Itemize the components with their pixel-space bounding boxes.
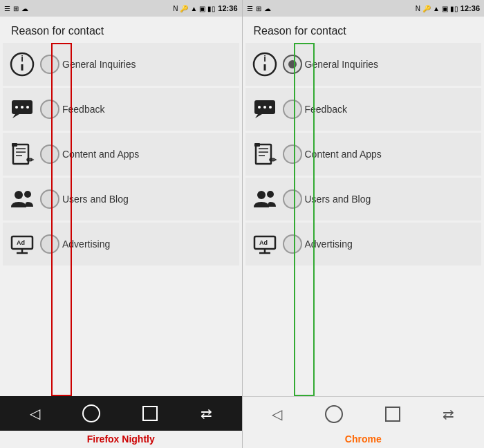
item-label: Content and Apps xyxy=(62,149,139,160)
svg-text:i: i xyxy=(263,53,266,64)
svg-text:✏: ✏ xyxy=(269,155,277,165)
radio-button[interactable] xyxy=(40,189,59,209)
ad-icon: Ad xyxy=(250,229,280,259)
item-label: Feedback xyxy=(62,104,104,115)
back-button[interactable]: ◁ xyxy=(272,406,282,422)
firefox-time: 12:36 xyxy=(218,4,237,12)
list-item[interactable]: Ad Advertising xyxy=(245,223,482,265)
chrome-radio-list: i General Inquiries xyxy=(243,43,485,396)
chrome-battery-icon: ▮▯ xyxy=(450,5,458,12)
chrome-status-icon1: ☰ xyxy=(247,5,253,12)
item-label: Users and Blog xyxy=(62,194,129,205)
firefox-wifi-icon: ▣ xyxy=(199,5,205,12)
item-label: Advertising xyxy=(305,239,353,250)
chat-icon xyxy=(250,94,280,124)
list-item[interactable]: Feedback xyxy=(245,88,482,131)
chrome-status-bar: ☰ ⊞ ☁ N 🔑 ▲ ▣ ▮▯ 12:36 xyxy=(243,0,485,17)
svg-rect-32 xyxy=(254,143,260,147)
firefox-page-title: Reason for contact xyxy=(0,17,242,43)
svg-point-26 xyxy=(269,106,272,109)
radio-button[interactable] xyxy=(283,144,302,164)
svg-point-35 xyxy=(267,191,274,198)
radio-button[interactable] xyxy=(283,189,302,209)
square-button[interactable] xyxy=(142,406,158,421)
svg-point-34 xyxy=(257,191,266,199)
item-label: General Inquiries xyxy=(62,59,136,70)
chrome-status-icon2: ⊞ xyxy=(256,5,261,12)
info-icon: i xyxy=(7,49,37,80)
share-button[interactable]: ⇄ xyxy=(201,405,212,422)
ad-icon: Ad xyxy=(7,229,37,259)
item-label: Advertising xyxy=(62,239,110,250)
svg-text:i: i xyxy=(21,53,24,64)
chrome-panel: ☰ ⊞ ☁ N 🔑 ▲ ▣ ▮▯ 12:36 Reason for contac… xyxy=(243,0,485,448)
chrome-time: 12:36 xyxy=(460,4,480,12)
svg-marker-27 xyxy=(255,114,262,118)
list-item[interactable]: ✏ Content and Apps xyxy=(245,133,482,176)
svg-point-4 xyxy=(15,106,18,109)
svg-point-25 xyxy=(263,106,266,109)
notepad-icon: ✏ xyxy=(7,139,37,169)
home-button[interactable] xyxy=(82,404,100,422)
list-item[interactable]: Ad Advertising xyxy=(3,223,239,265)
radio-button[interactable] xyxy=(40,144,59,164)
chrome-label: Chrome xyxy=(243,431,485,448)
firefox-nav-bar: ◁ ⇄ xyxy=(0,396,242,431)
svg-point-5 xyxy=(21,106,24,109)
item-label: Users and Blog xyxy=(305,194,371,205)
home-button[interactable] xyxy=(325,405,343,423)
list-item[interactable]: i General Inquiries xyxy=(3,43,239,86)
list-item[interactable]: i General Inquiries xyxy=(245,43,482,86)
firefox-panel: ☰ ⊞ ☁ N 🔑 ▲ ▣ ▮▯ 12:36 Reason for contac… xyxy=(0,0,243,448)
chrome-nfc-icon: N xyxy=(416,5,420,12)
firefox-signal-icon: ▲ xyxy=(190,5,197,12)
svg-point-24 xyxy=(258,106,261,109)
firefox-nfc-icon: N xyxy=(173,5,178,12)
chrome-page-title: Reason for contact xyxy=(243,17,485,43)
svg-text:Ad: Ad xyxy=(259,239,268,246)
svg-rect-12 xyxy=(12,143,17,147)
share-button[interactable]: ⇄ xyxy=(443,406,454,422)
item-label: Feedback xyxy=(305,104,347,115)
firefox-battery-icon: ▮▯ xyxy=(207,5,216,12)
item-label: General Inquiries xyxy=(305,59,379,70)
firefox-key-icon: 🔑 xyxy=(180,5,188,12)
notepad-icon: ✏ xyxy=(250,139,280,169)
svg-point-15 xyxy=(24,191,31,198)
svg-text:Ad: Ad xyxy=(17,239,25,246)
svg-point-14 xyxy=(15,191,23,199)
chrome-nav-bar: ◁ ⇄ xyxy=(243,396,485,431)
chat-icon xyxy=(7,94,37,124)
chrome-signal-icon: ▲ xyxy=(433,5,440,12)
radio-button[interactable] xyxy=(283,100,302,119)
firefox-status-icon3: ☁ xyxy=(21,5,28,12)
list-item[interactable]: ✏ Content and Apps xyxy=(3,133,239,176)
firefox-status-icon2: ⊞ xyxy=(13,5,19,12)
firefox-status-icon1: ☰ xyxy=(4,5,10,12)
radio-button[interactable] xyxy=(283,234,302,254)
info-icon: i xyxy=(250,49,280,80)
users-icon xyxy=(250,184,280,214)
svg-marker-7 xyxy=(12,114,19,118)
item-label: Content and Apps xyxy=(305,149,382,160)
firefox-status-bar: ☰ ⊞ ☁ N 🔑 ▲ ▣ ▮▯ 12:36 xyxy=(0,0,242,17)
list-item[interactable]: Users and Blog xyxy=(3,178,239,221)
svg-text:✏: ✏ xyxy=(26,155,35,165)
firefox-radio-list: i General Inquiries xyxy=(0,43,242,396)
svg-point-6 xyxy=(26,106,29,109)
chrome-wifi-icon: ▣ xyxy=(442,5,448,12)
radio-button-selected[interactable] xyxy=(283,55,302,74)
list-item[interactable]: Users and Blog xyxy=(245,178,482,221)
users-icon xyxy=(7,184,37,214)
chrome-key-icon: 🔑 xyxy=(422,5,431,12)
firefox-label: Firefox Nightly xyxy=(0,431,242,448)
radio-button[interactable] xyxy=(40,100,59,119)
list-item[interactable]: Feedback xyxy=(3,88,239,131)
square-button[interactable] xyxy=(385,407,400,422)
radio-button[interactable] xyxy=(40,55,59,74)
chrome-status-icon3: ☁ xyxy=(264,5,271,12)
radio-button[interactable] xyxy=(40,234,59,254)
back-button[interactable]: ◁ xyxy=(30,405,40,422)
